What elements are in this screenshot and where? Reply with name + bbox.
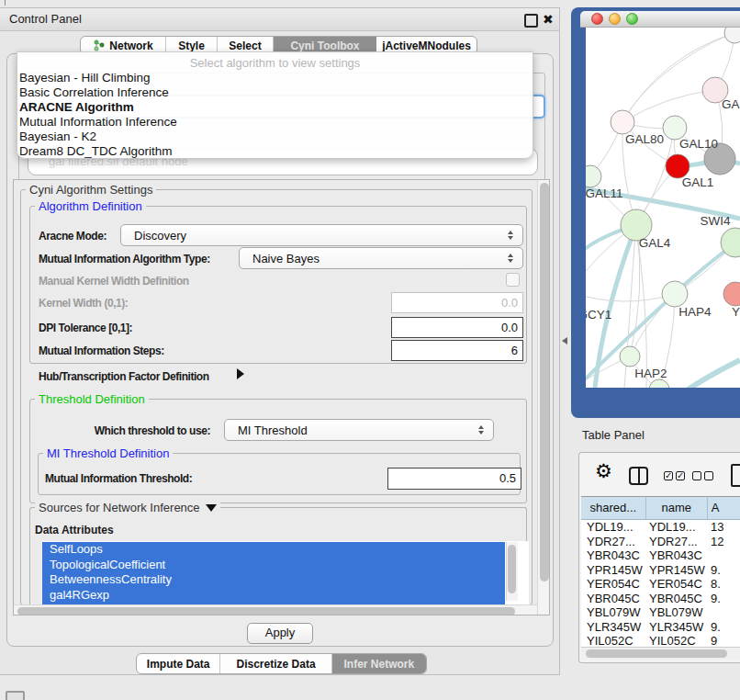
gear-icon[interactable]: ⚙ [595,460,612,482]
which-threshold-value: MI Threshold [225,423,473,437]
attribute-list-item[interactable]: SelfLoops [42,542,505,558]
table-cell: YBL079W [646,605,708,620]
which-threshold-label: Which threshold to use: [39,424,210,437]
manual-kernel-checkbox[interactable] [506,273,520,287]
dpi-tolerance-label: DPI Tolerance [0,1]: [39,322,132,334]
float-window-icon[interactable] [524,14,538,28]
checked-box-icon-1[interactable]: ✓ [664,471,673,480]
network-edge[interactable] [683,360,740,388]
dropdown-item[interactable]: ARACNE Algorithm [17,100,533,115]
mi-type-combo[interactable]: Naive Bayes [239,247,523,269]
collapse-arrow-icon[interactable] [206,504,217,512]
network-node-y[interactable] [723,282,740,306]
table-cell [708,548,740,563]
list-vertical-scrollbar[interactable] [506,542,518,601]
kernel-width-label: Kernel Width (0,1): [39,297,128,310]
table-row[interactable]: YDR27...YDR27...12 [581,535,740,549]
tab-label: jActiveMNodules [382,40,471,52]
table-row[interactable]: YER054CYER054C8. [581,577,740,592]
attribute-list-item[interactable]: BetweennessCentrality [42,572,505,588]
settings-hscroll-thumb[interactable] [17,607,515,615]
tab-discretize-data[interactable]: Discretize Data [220,654,331,673]
split-table-icon[interactable] [629,467,648,485]
network-node[interactable] [649,379,669,388]
mi-threshold-field[interactable]: 0.5 [387,468,521,490]
network-view-window: GAL7GAL80GAL10GAL1GAL11GAL4SWI4GCY1HAP4Y… [571,7,740,418]
expand-arrow-icon[interactable] [237,368,244,379]
zoom-traffic-light[interactable] [626,13,638,25]
node-label: Y [732,305,740,319]
table-hscroll-thumb[interactable] [586,649,727,658]
node-label: HAP4 [678,305,712,319]
dropdown-item[interactable]: Dream8 DC_TDC Algorithm [17,144,533,159]
node-label: HAP2 [634,367,667,380]
column-header[interactable]: shared... [581,497,646,519]
column-header[interactable]: A [708,497,740,519]
mi-steps-field[interactable]: 6 [391,340,523,361]
table-cell: YDR27... [646,535,708,549]
kernel-width-field[interactable]: 0.0 [391,292,523,313]
column-header[interactable]: name [646,497,708,519]
settings-vertical-scrollbar[interactable] [537,180,550,615]
table-cell: YBR045C [581,592,646,606]
tab-label: Impute Data [147,658,210,671]
minimize-traffic-light[interactable] [609,13,621,25]
data-attributes-list[interactable]: SelfLoopsTopologicalCoefficientBetweenne… [42,541,529,605]
corner-widget-icon[interactable] [6,691,25,700]
network-node-gal11[interactable] [586,165,601,187]
which-threshold-combo[interactable]: MI Threshold [224,419,494,441]
table-row[interactable]: YPR145WYPR145W9. [581,563,740,578]
table-cell: 9. [708,563,740,578]
table-panel-title: Table Panel [582,428,645,442]
network-node[interactable] [724,28,740,43]
panel-collapse-arrow-icon[interactable] [562,337,567,344]
checked-box-icon-2[interactable]: ✓ [676,471,685,480]
table-row[interactable]: YDL19...YDL19...13 [581,520,740,535]
table-cell: 9. [708,592,740,606]
network-node-hap2[interactable] [620,346,640,367]
network-canvas[interactable]: GAL7GAL80GAL10GAL1GAL11GAL4SWI4GCY1HAP4Y… [586,28,740,388]
network-window-titlebar [580,11,740,28]
mi-steps-label: Mutual Information Steps: [39,344,164,357]
network-tab-icon [93,40,105,51]
table-row[interactable]: YBR043CYBR043C [581,548,740,563]
tab-impute-data[interactable]: Impute Data [137,654,220,673]
cyni-settings-title: Cyni Algorithm Settings [26,183,156,197]
table-cell: YDL19... [581,520,646,535]
aracne-mode-combo[interactable]: Discovery [120,224,523,246]
table-row[interactable]: YLR345WYLR345W9. [581,620,740,635]
list-scroll-thumb[interactable] [508,545,516,593]
close-icon[interactable]: ✖ [543,12,554,27]
node-table: shared...nameA YDL19...YDL19...13YDR27..… [581,496,740,648]
table-row[interactable]: YIL052CYIL052C9 [581,634,740,648]
network-node-hap4[interactable] [662,281,688,307]
table-row[interactable]: YBL079WYBL079W [581,605,740,620]
attribute-list-item[interactable]: TopologicalCoefficient [42,558,505,573]
unchecked-box-icon-1[interactable] [692,471,701,480]
dropdown-item[interactable]: Bayesian - Hill Climbing [17,71,533,85]
settings-vscroll-thumb[interactable] [540,183,549,581]
dropdown-item[interactable]: Basic Correlation Inference [17,85,533,100]
selection-highlight: SelfLoopsTopologicalCoefficientBetweenne… [42,542,505,605]
dropdown-item[interactable]: Mutual Information Inference [17,115,533,130]
algorithm-definition-title: Algorithm Definition [35,199,146,213]
settings-horizontal-scrollbar[interactable] [14,604,537,615]
document-icon[interactable] [731,464,740,487]
network-node-gal80[interactable] [611,110,634,134]
attribute-list-item[interactable]: gal4RGexp [42,588,505,604]
table-cell: 9 [708,634,740,648]
node-label: GCY1 [586,308,611,322]
close-traffic-light[interactable] [591,13,603,25]
table-cell [708,605,740,620]
tab-infer-network[interactable]: Infer Network [332,654,426,673]
unchecked-box-icon-2[interactable] [704,471,713,480]
dropdown-item[interactable]: Bayesian - K2 [17,130,533,144]
table-cell: YBR043C [646,548,708,563]
settings-scroll-panel: Cyni Algorithm Settings Algorithm Defini… [13,179,550,615]
node-label: GAL4 [639,236,671,250]
table-cell: 13 [708,520,740,535]
apply-button[interactable]: Apply [247,623,313,644]
table-row[interactable]: YBR045CYBR045C9. [581,592,740,606]
dpi-tolerance-field[interactable]: 0.0 [391,317,523,338]
table-horizontal-scrollbar[interactable] [581,647,740,660]
